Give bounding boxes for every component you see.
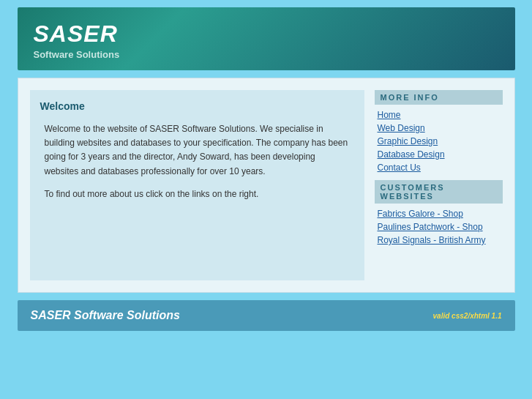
left-content: Welcome Welcome to the website of SASER … bbox=[30, 90, 364, 280]
customers-links-list: Fabrics Galore - Shop Paulines Patchwork… bbox=[375, 208, 503, 245]
more-info-title: More Info bbox=[375, 90, 503, 105]
customer-link-royal-signals[interactable]: Royal Signals - British Army bbox=[378, 235, 486, 245]
customer-link-paulines[interactable]: Paulines Patchwork - Shop bbox=[378, 222, 483, 232]
list-item: Database Design bbox=[378, 149, 500, 160]
welcome-heading: Welcome bbox=[40, 100, 354, 112]
list-item: Web Design bbox=[378, 122, 500, 133]
page-wrapper: SASER Software Solutions Welcome Welcome… bbox=[18, 0, 515, 338]
nav-link-home[interactable]: Home bbox=[378, 110, 401, 120]
customer-link-fabrics[interactable]: Fabrics Galore - Shop bbox=[378, 209, 463, 219]
more-info-section: More Info Home Web Design Graphic Design… bbox=[375, 90, 503, 173]
list-item: Fabrics Galore - Shop bbox=[378, 208, 500, 219]
list-item: Paulines Patchwork - Shop bbox=[378, 221, 500, 232]
list-item: Royal Signals - British Army bbox=[378, 234, 500, 245]
header-title: SASER bbox=[34, 20, 499, 48]
nav-link-contact-us[interactable]: Contact Us bbox=[378, 163, 421, 173]
footer-valid: valid css2/xhtml 1.1 bbox=[433, 312, 502, 320]
main-area: Welcome Welcome to the website of SASER … bbox=[18, 78, 515, 293]
nav-link-database-design[interactable]: Database Design bbox=[378, 149, 445, 160]
footer: SASER Software Solutions valid css2/xhtm… bbox=[18, 300, 515, 331]
header-subtitle: Software Solutions bbox=[34, 49, 499, 60]
header: SASER Software Solutions bbox=[18, 7, 515, 70]
customers-title: Customers Websites bbox=[375, 180, 503, 204]
welcome-paragraph-2: To find out more about us click on the l… bbox=[45, 187, 350, 201]
footer-title: SASER Software Solutions bbox=[31, 309, 180, 322]
list-item: Graphic Design bbox=[378, 135, 500, 146]
welcome-text: Welcome to the website of SASER Software… bbox=[40, 119, 354, 213]
nav-link-graphic-design[interactable]: Graphic Design bbox=[378, 136, 438, 146]
list-item: Contact Us bbox=[378, 162, 500, 173]
nav-links-list: Home Web Design Graphic Design Database … bbox=[375, 109, 503, 173]
list-item: Home bbox=[378, 109, 500, 120]
right-sidebar: More Info Home Web Design Graphic Design… bbox=[375, 90, 503, 253]
customers-section: Customers Websites Fabrics Galore - Shop… bbox=[375, 180, 503, 245]
welcome-paragraph-1: Welcome to the website of SASER Software… bbox=[45, 122, 350, 179]
nav-link-web-design[interactable]: Web Design bbox=[378, 123, 425, 133]
